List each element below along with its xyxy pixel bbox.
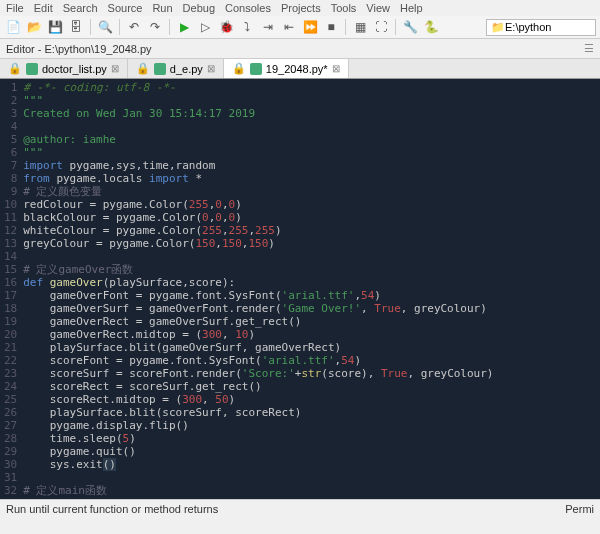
working-dir-text: E:\python (505, 21, 551, 33)
tab-19-2048-py-[interactable]: 🔒19_2048.py*⊠ (224, 59, 349, 78)
code-line[interactable]: time.sleep(5) (23, 432, 600, 445)
code-line[interactable]: """ (23, 94, 600, 107)
run-cell-icon[interactable]: ▷ (196, 18, 214, 36)
run-icon[interactable]: ▶ (175, 18, 193, 36)
debug-icon[interactable]: 🐞 (217, 18, 235, 36)
menu-projects[interactable]: Projects (281, 2, 321, 14)
undo-icon[interactable]: ↶ (125, 18, 143, 36)
file-icon (250, 63, 262, 75)
step-out-icon[interactable]: ⇤ (280, 18, 298, 36)
line-number: 12 (4, 224, 17, 237)
editor-path-text: Editor - E:\python\19_2048.py (6, 43, 152, 55)
tab-doctor-list-py[interactable]: 🔒doctor_list.py⊠ (0, 59, 128, 78)
menu-source[interactable]: Source (108, 2, 143, 14)
tab-d-e-py[interactable]: 🔒d_e.py⊠ (128, 59, 224, 78)
line-number: 21 (4, 341, 17, 354)
save-all-icon[interactable]: 🗄 (67, 18, 85, 36)
code-line[interactable]: # 定义颜色变量 (23, 185, 600, 198)
line-number: 17 (4, 289, 17, 302)
redo-icon[interactable]: ↷ (146, 18, 164, 36)
close-icon[interactable]: ⊠ (111, 63, 119, 74)
code-line[interactable]: def main(): (23, 497, 600, 499)
code-line[interactable]: import pygame,sys,time,random (23, 159, 600, 172)
code-line[interactable]: pygame.quit() (23, 445, 600, 458)
code-line[interactable]: scoreFont = pygame.font.SysFont('arial.t… (23, 354, 600, 367)
code-line[interactable]: scoreSurf = scoreFont.render('Score:'+st… (23, 367, 600, 380)
code-line[interactable] (23, 471, 600, 484)
line-number: 3 (4, 107, 17, 120)
close-icon[interactable]: ⊠ (207, 63, 215, 74)
code-line[interactable]: greyColour = pygame.Color(150,150,150) (23, 237, 600, 250)
line-number: 23 (4, 367, 17, 380)
step-into-icon[interactable]: ⇥ (259, 18, 277, 36)
code-line[interactable]: """ (23, 146, 600, 159)
menu-file[interactable]: File (6, 2, 24, 14)
search-icon[interactable]: 🔍 (96, 18, 114, 36)
file-icon (154, 63, 166, 75)
python-icon[interactable]: 🐍 (422, 18, 440, 36)
lock-icon: 🔒 (232, 62, 246, 75)
status-bar: Run until current function or method ret… (0, 499, 600, 518)
code-editor[interactable]: 1234567891011121314151617181920212223242… (0, 79, 600, 499)
code-line[interactable]: scoreRect.midtop = (300, 50) (23, 393, 600, 406)
code-line[interactable]: gameOverFont = pygame.font.SysFont('aria… (23, 289, 600, 302)
expand-icon[interactable]: ⛶ (372, 18, 390, 36)
grid-icon[interactable]: ▦ (351, 18, 369, 36)
toolbar-separator (169, 19, 170, 35)
menu-consoles[interactable]: Consoles (225, 2, 271, 14)
code-line[interactable]: from pygame.locals import * (23, 172, 600, 185)
code-line[interactable]: gameOverSurf = gameOverFont.render('Game… (23, 302, 600, 315)
code-line[interactable] (23, 250, 600, 263)
new-file-icon[interactable]: 📄 (4, 18, 22, 36)
code-line[interactable]: whiteColour = pygame.Color(255,255,255) (23, 224, 600, 237)
wrench-icon[interactable]: 🔧 (401, 18, 419, 36)
folder-icon: 📁 (491, 21, 505, 34)
menu-debug[interactable]: Debug (183, 2, 215, 14)
folder-open-icon[interactable]: 📂 (25, 18, 43, 36)
code-line[interactable]: @author: iamhe (23, 133, 600, 146)
close-icon[interactable]: ⊠ (332, 63, 340, 74)
code-line[interactable]: redColour = pygame.Color(255,0,0) (23, 198, 600, 211)
code-line[interactable]: # -*- coding: utf-8 -*- (23, 81, 600, 94)
code-line[interactable]: gameOverRect = gameOverSurf.get_rect() (23, 315, 600, 328)
line-number: 16 (4, 276, 17, 289)
options-icon[interactable]: ☰ (584, 42, 594, 55)
code-line[interactable]: Created on Wed Jan 30 15:14:17 2019 (23, 107, 600, 120)
line-gutter: 1234567891011121314151617181920212223242… (0, 79, 23, 499)
working-dir-box[interactable]: 📁 E:\python (486, 19, 596, 36)
stop-icon[interactable]: ■ (322, 18, 340, 36)
code-line[interactable]: # 定义gameOver函数 (23, 263, 600, 276)
tab-label: d_e.py (170, 63, 203, 75)
status-left: Run until current function or method ret… (6, 503, 218, 515)
code-line[interactable]: playSurface.blit(scoreSurf, scoreRect) (23, 406, 600, 419)
code-line[interactable]: gameOverRect.midtop = (300, 10) (23, 328, 600, 341)
tab-bar: 🔒doctor_list.py⊠🔒d_e.py⊠🔒19_2048.py*⊠ (0, 59, 600, 79)
line-number: 13 (4, 237, 17, 250)
menu-run[interactable]: Run (152, 2, 172, 14)
code-line[interactable]: def gameOver(playSurface,score): (23, 276, 600, 289)
code-line[interactable]: playSurface.blit(gameOverSurf, gameOverR… (23, 341, 600, 354)
code-line[interactable]: # 定义main函数 (23, 484, 600, 497)
menu-view[interactable]: View (366, 2, 390, 14)
save-icon[interactable]: 💾 (46, 18, 64, 36)
code-area[interactable]: # -*- coding: utf-8 -*-"""Created on Wed… (23, 79, 600, 499)
line-number: 28 (4, 432, 17, 445)
menu-tools[interactable]: Tools (331, 2, 357, 14)
toolbar-separator (345, 19, 346, 35)
toolbar-separator (90, 19, 91, 35)
menu-edit[interactable]: Edit (34, 2, 53, 14)
line-number: 19 (4, 315, 17, 328)
menu-help[interactable]: Help (400, 2, 423, 14)
line-number: 4 (4, 120, 17, 133)
code-line[interactable]: blackColour = pygame.Color(0,0,0) (23, 211, 600, 224)
continue-icon[interactable]: ⏩ (301, 18, 319, 36)
code-line[interactable]: scoreRect = scoreSurf.get_rect() (23, 380, 600, 393)
menu-search[interactable]: Search (63, 2, 98, 14)
tab-label: 19_2048.py* (266, 63, 328, 75)
code-line[interactable] (23, 120, 600, 133)
code-line[interactable]: pygame.display.flip() (23, 419, 600, 432)
status-right: Permi (565, 503, 594, 515)
step-over-icon[interactable]: ⤵ (238, 18, 256, 36)
toolbar-separator (119, 19, 120, 35)
code-line[interactable]: sys.exit() (23, 458, 600, 471)
